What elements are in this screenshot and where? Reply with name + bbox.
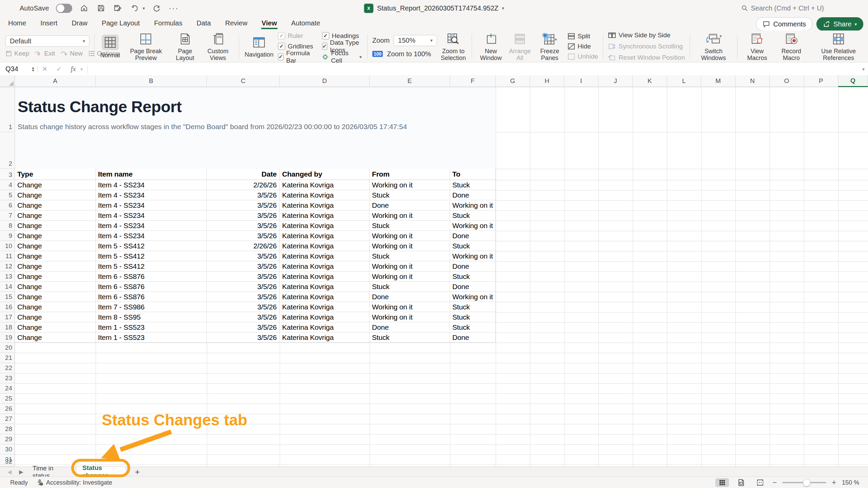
table-cell[interactable]: Done <box>450 261 496 271</box>
row-number-14[interactable]: 14 <box>0 282 15 292</box>
table-cell[interactable]: Working on it <box>450 251 496 261</box>
column-header-D[interactable]: D <box>280 75 370 87</box>
zoom-to-100-button[interactable]: 100 Zoom to 100% <box>372 50 437 58</box>
row-number-4[interactable]: 4 <box>0 180 15 190</box>
table-cell[interactable]: Item 6 - SS876 <box>96 282 207 291</box>
row-number-7[interactable]: 7 <box>0 210 15 221</box>
zoom-slider-thumb[interactable] <box>803 479 810 487</box>
page-layout-status-button[interactable] <box>734 478 748 487</box>
table-cell[interactable]: 3/5/26 <box>207 210 280 220</box>
row-number-10[interactable]: 10 <box>0 241 15 251</box>
table-cell[interactable]: Katerina Kovriga <box>280 190 370 200</box>
record-macro-button[interactable]: Record Macro <box>773 30 809 63</box>
column-header-C[interactable]: C <box>207 75 280 87</box>
zoom-in-button[interactable]: + <box>832 478 836 487</box>
view-side-by-side-button[interactable]: View Side by Side <box>608 31 685 39</box>
table-cell[interactable]: Stuck <box>370 251 450 261</box>
table-cell[interactable]: Item 6 - SS876 <box>96 271 207 281</box>
table-cell[interactable]: Item 1 - SS523 <box>96 322 207 332</box>
row-number-17[interactable]: 17 <box>0 312 15 322</box>
ribbon-tab-review[interactable]: Review <box>224 17 248 30</box>
table-cell[interactable]: Done <box>370 200 450 210</box>
table-cell[interactable]: Change <box>15 200 96 210</box>
page-break-status-button[interactable] <box>753 478 767 487</box>
table-cell[interactable]: Item 4 - SS234 <box>96 190 207 200</box>
table-cell[interactable]: Item 5 - SS412 <box>96 261 207 271</box>
table-cell[interactable]: Katerina Kovriga <box>280 332 370 342</box>
undo-dropdown-chevron[interactable]: ▾ <box>143 6 145 11</box>
row-number-28[interactable]: 28 <box>0 424 15 434</box>
table-cell[interactable]: Katerina Kovriga <box>280 200 370 210</box>
formula-bar-expand-icon[interactable]: ▾ <box>862 66 865 72</box>
table-cell[interactable]: Change <box>15 231 96 241</box>
table-cell[interactable]: Change <box>15 210 96 220</box>
table-cell[interactable]: Stuck <box>450 271 496 281</box>
table-cell[interactable]: Katerina Kovriga <box>280 231 370 241</box>
comments-button[interactable]: Comments <box>756 17 812 31</box>
row-number-1[interactable]: 1 <box>0 87 15 132</box>
table-cell[interactable]: Stuck <box>450 241 496 251</box>
table-cell[interactable]: Item 8 - SS95 <box>96 312 207 322</box>
row-number-3[interactable]: 3 <box>0 169 15 180</box>
split-button[interactable]: Split <box>568 32 598 40</box>
table-cell[interactable]: Item 4 - SS234 <box>96 180 207 190</box>
table-cell[interactable]: 2/26/26 <box>207 241 280 251</box>
page-break-preview-button[interactable]: Page Break Preview <box>122 30 170 63</box>
reset-window-position-button[interactable]: Reset Window Position <box>608 54 685 62</box>
table-cell[interactable]: Working on it <box>370 312 450 322</box>
share-button[interactable]: Share ▾ <box>816 17 863 31</box>
table-cell[interactable]: Working on it <box>450 200 496 210</box>
table-cell[interactable]: Item 5 - SS412 <box>96 241 207 251</box>
row-number-30[interactable]: 30 <box>0 444 15 454</box>
table-header-cell[interactable]: Type <box>15 169 96 180</box>
table-cell[interactable]: Change <box>15 302 96 312</box>
row-number-9[interactable]: 9 <box>0 231 15 241</box>
table-cell[interactable]: Done <box>450 190 496 200</box>
table-cell[interactable]: Katerina Kovriga <box>280 210 370 220</box>
select-all-corner[interactable] <box>0 75 15 87</box>
table-cell[interactable]: 3/5/26 <box>207 190 280 200</box>
column-header-E[interactable]: E <box>370 75 450 87</box>
table-cell[interactable]: 3/5/26 <box>207 251 280 261</box>
table-cell[interactable]: Working on it <box>370 231 450 241</box>
table-cell[interactable]: Item 6 - SS876 <box>96 292 207 302</box>
sheet-tab-time-in-status[interactable]: Time in status <box>26 467 75 477</box>
table-cell[interactable]: Katerina Kovriga <box>280 312 370 322</box>
row-number-23[interactable]: 23 <box>0 373 15 383</box>
table-cell[interactable]: Katerina Kovriga <box>280 261 370 271</box>
column-header-H[interactable]: H <box>530 75 564 87</box>
zoom-to-selection-button[interactable]: Zoom to Selection <box>438 30 468 63</box>
table-cell[interactable]: Stuck <box>450 210 496 220</box>
table-header-cell[interactable]: From <box>370 169 450 180</box>
ribbon-tab-automate[interactable]: Automate <box>291 17 321 30</box>
table-cell[interactable]: Change <box>15 261 96 271</box>
table-cell[interactable]: Change <box>15 322 96 332</box>
ribbon-tab-home[interactable]: Home <box>7 17 27 30</box>
table-cell[interactable]: Katerina Kovriga <box>280 271 370 281</box>
table-header-cell[interactable]: Item name <box>96 169 207 180</box>
checkbox-formula-bar[interactable]: ✓Formula Bar <box>278 53 313 61</box>
row-number-18[interactable]: 18 <box>0 322 15 332</box>
table-cell[interactable]: 3/5/26 <box>207 282 280 291</box>
table-header-cell[interactable]: To <box>450 169 496 180</box>
table-cell[interactable]: Stuck <box>450 180 496 190</box>
column-header-M[interactable]: M <box>701 75 735 87</box>
title-chevron-icon[interactable]: ▾ <box>502 5 504 11</box>
zoom-dropdown[interactable]: 150%▾ <box>394 35 437 46</box>
table-cell[interactable]: Change <box>15 241 96 251</box>
column-header-O[interactable]: O <box>770 75 804 87</box>
ribbon-tab-formulas[interactable]: Formulas <box>153 17 183 30</box>
search-field[interactable]: Search (Cmd + Ctrl + U) <box>741 4 824 12</box>
table-cell[interactable]: Item 4 - SS234 <box>96 200 207 210</box>
table-cell[interactable]: Done <box>450 332 496 342</box>
use-relative-references-button[interactable]: Use Relative References <box>809 30 868 63</box>
table-cell[interactable]: Change <box>15 312 96 322</box>
save-icon[interactable] <box>96 3 106 13</box>
table-cell[interactable]: Katerina Kovriga <box>280 322 370 332</box>
table-cell[interactable]: Item 4 - SS234 <box>96 231 207 241</box>
row-number-12[interactable]: 12 <box>0 261 15 271</box>
name-box-spinner[interactable]: ▲▼ <box>32 66 35 72</box>
table-cell[interactable]: Working on it <box>370 241 450 251</box>
more-commands-icon[interactable]: ··· <box>169 3 179 13</box>
table-cell[interactable]: Change <box>15 190 96 200</box>
